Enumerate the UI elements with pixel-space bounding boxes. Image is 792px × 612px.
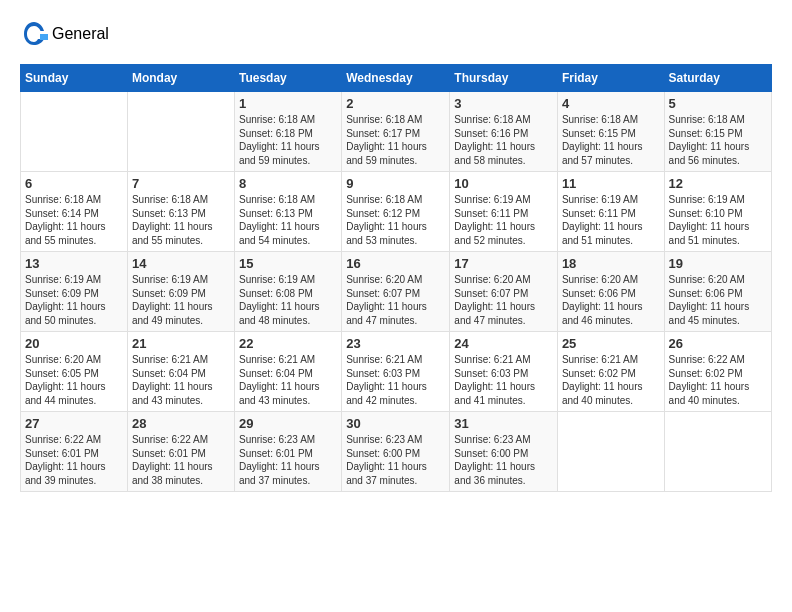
day-number: 20: [25, 336, 123, 351]
day-number: 24: [454, 336, 553, 351]
calendar-cell: 24Sunrise: 6:21 AM Sunset: 6:03 PM Dayli…: [450, 332, 558, 412]
header-day: Tuesday: [235, 65, 342, 92]
logo-icon: [20, 20, 48, 48]
calendar-cell: 19Sunrise: 6:20 AM Sunset: 6:06 PM Dayli…: [664, 252, 771, 332]
day-info: Sunrise: 6:21 AM Sunset: 6:04 PM Dayligh…: [239, 353, 337, 407]
calendar-cell: 3Sunrise: 6:18 AM Sunset: 6:16 PM Daylig…: [450, 92, 558, 172]
day-info: Sunrise: 6:18 AM Sunset: 6:15 PM Dayligh…: [669, 113, 767, 167]
calendar-cell: 10Sunrise: 6:19 AM Sunset: 6:11 PM Dayli…: [450, 172, 558, 252]
day-info: Sunrise: 6:20 AM Sunset: 6:07 PM Dayligh…: [346, 273, 445, 327]
day-info: Sunrise: 6:18 AM Sunset: 6:13 PM Dayligh…: [132, 193, 230, 247]
calendar-cell: 1Sunrise: 6:18 AM Sunset: 6:18 PM Daylig…: [235, 92, 342, 172]
calendar-body: 1Sunrise: 6:18 AM Sunset: 6:18 PM Daylig…: [21, 92, 772, 492]
calendar-cell: 28Sunrise: 6:22 AM Sunset: 6:01 PM Dayli…: [127, 412, 234, 492]
day-info: Sunrise: 6:21 AM Sunset: 6:02 PM Dayligh…: [562, 353, 660, 407]
calendar-week: 1Sunrise: 6:18 AM Sunset: 6:18 PM Daylig…: [21, 92, 772, 172]
header-day: Sunday: [21, 65, 128, 92]
day-number: 4: [562, 96, 660, 111]
day-number: 28: [132, 416, 230, 431]
header-row: SundayMondayTuesdayWednesdayThursdayFrid…: [21, 65, 772, 92]
day-number: 19: [669, 256, 767, 271]
day-number: 7: [132, 176, 230, 191]
day-info: Sunrise: 6:18 AM Sunset: 6:17 PM Dayligh…: [346, 113, 445, 167]
day-info: Sunrise: 6:18 AM Sunset: 6:12 PM Dayligh…: [346, 193, 445, 247]
page-header: General: [20, 20, 772, 48]
day-number: 23: [346, 336, 445, 351]
day-number: 22: [239, 336, 337, 351]
day-info: Sunrise: 6:22 AM Sunset: 6:02 PM Dayligh…: [669, 353, 767, 407]
calendar-cell: 17Sunrise: 6:20 AM Sunset: 6:07 PM Dayli…: [450, 252, 558, 332]
header-day: Saturday: [664, 65, 771, 92]
day-info: Sunrise: 6:22 AM Sunset: 6:01 PM Dayligh…: [132, 433, 230, 487]
calendar-table: SundayMondayTuesdayWednesdayThursdayFrid…: [20, 64, 772, 492]
calendar-cell: 12Sunrise: 6:19 AM Sunset: 6:10 PM Dayli…: [664, 172, 771, 252]
day-number: 11: [562, 176, 660, 191]
day-number: 18: [562, 256, 660, 271]
day-info: Sunrise: 6:18 AM Sunset: 6:13 PM Dayligh…: [239, 193, 337, 247]
calendar-cell: 21Sunrise: 6:21 AM Sunset: 6:04 PM Dayli…: [127, 332, 234, 412]
day-info: Sunrise: 6:23 AM Sunset: 6:01 PM Dayligh…: [239, 433, 337, 487]
day-info: Sunrise: 6:21 AM Sunset: 6:03 PM Dayligh…: [346, 353, 445, 407]
day-info: Sunrise: 6:19 AM Sunset: 6:11 PM Dayligh…: [454, 193, 553, 247]
calendar-cell: [557, 412, 664, 492]
calendar-cell: [664, 412, 771, 492]
day-number: 14: [132, 256, 230, 271]
day-info: Sunrise: 6:20 AM Sunset: 6:06 PM Dayligh…: [562, 273, 660, 327]
calendar-cell: 18Sunrise: 6:20 AM Sunset: 6:06 PM Dayli…: [557, 252, 664, 332]
calendar-cell: 27Sunrise: 6:22 AM Sunset: 6:01 PM Dayli…: [21, 412, 128, 492]
calendar-cell: 26Sunrise: 6:22 AM Sunset: 6:02 PM Dayli…: [664, 332, 771, 412]
day-number: 9: [346, 176, 445, 191]
calendar-cell: [127, 92, 234, 172]
day-info: Sunrise: 6:18 AM Sunset: 6:15 PM Dayligh…: [562, 113, 660, 167]
day-number: 10: [454, 176, 553, 191]
calendar-cell: 25Sunrise: 6:21 AM Sunset: 6:02 PM Dayli…: [557, 332, 664, 412]
day-info: Sunrise: 6:20 AM Sunset: 6:06 PM Dayligh…: [669, 273, 767, 327]
calendar-cell: 4Sunrise: 6:18 AM Sunset: 6:15 PM Daylig…: [557, 92, 664, 172]
day-number: 26: [669, 336, 767, 351]
calendar-cell: 31Sunrise: 6:23 AM Sunset: 6:00 PM Dayli…: [450, 412, 558, 492]
calendar-cell: 7Sunrise: 6:18 AM Sunset: 6:13 PM Daylig…: [127, 172, 234, 252]
day-info: Sunrise: 6:21 AM Sunset: 6:03 PM Dayligh…: [454, 353, 553, 407]
calendar-week: 13Sunrise: 6:19 AM Sunset: 6:09 PM Dayli…: [21, 252, 772, 332]
day-info: Sunrise: 6:18 AM Sunset: 6:16 PM Dayligh…: [454, 113, 553, 167]
header-day: Thursday: [450, 65, 558, 92]
calendar-cell: [21, 92, 128, 172]
day-info: Sunrise: 6:23 AM Sunset: 6:00 PM Dayligh…: [454, 433, 553, 487]
day-number: 29: [239, 416, 337, 431]
day-number: 15: [239, 256, 337, 271]
day-info: Sunrise: 6:19 AM Sunset: 6:09 PM Dayligh…: [132, 273, 230, 327]
logo-text: General: [52, 25, 109, 43]
day-info: Sunrise: 6:18 AM Sunset: 6:14 PM Dayligh…: [25, 193, 123, 247]
calendar-cell: 16Sunrise: 6:20 AM Sunset: 6:07 PM Dayli…: [342, 252, 450, 332]
day-info: Sunrise: 6:18 AM Sunset: 6:18 PM Dayligh…: [239, 113, 337, 167]
calendar-cell: 8Sunrise: 6:18 AM Sunset: 6:13 PM Daylig…: [235, 172, 342, 252]
day-number: 13: [25, 256, 123, 271]
day-number: 27: [25, 416, 123, 431]
calendar-cell: 23Sunrise: 6:21 AM Sunset: 6:03 PM Dayli…: [342, 332, 450, 412]
calendar-cell: 30Sunrise: 6:23 AM Sunset: 6:00 PM Dayli…: [342, 412, 450, 492]
day-number: 3: [454, 96, 553, 111]
calendar-cell: 6Sunrise: 6:18 AM Sunset: 6:14 PM Daylig…: [21, 172, 128, 252]
day-info: Sunrise: 6:20 AM Sunset: 6:05 PM Dayligh…: [25, 353, 123, 407]
day-number: 17: [454, 256, 553, 271]
day-info: Sunrise: 6:19 AM Sunset: 6:09 PM Dayligh…: [25, 273, 123, 327]
day-number: 5: [669, 96, 767, 111]
calendar-cell: 11Sunrise: 6:19 AM Sunset: 6:11 PM Dayli…: [557, 172, 664, 252]
day-number: 16: [346, 256, 445, 271]
calendar-cell: 14Sunrise: 6:19 AM Sunset: 6:09 PM Dayli…: [127, 252, 234, 332]
calendar-cell: 29Sunrise: 6:23 AM Sunset: 6:01 PM Dayli…: [235, 412, 342, 492]
calendar-cell: 13Sunrise: 6:19 AM Sunset: 6:09 PM Dayli…: [21, 252, 128, 332]
calendar-week: 27Sunrise: 6:22 AM Sunset: 6:01 PM Dayli…: [21, 412, 772, 492]
calendar-cell: 9Sunrise: 6:18 AM Sunset: 6:12 PM Daylig…: [342, 172, 450, 252]
calendar-cell: 20Sunrise: 6:20 AM Sunset: 6:05 PM Dayli…: [21, 332, 128, 412]
logo-general: General: [52, 25, 109, 43]
day-number: 12: [669, 176, 767, 191]
day-number: 2: [346, 96, 445, 111]
day-info: Sunrise: 6:19 AM Sunset: 6:10 PM Dayligh…: [669, 193, 767, 247]
header-day: Friday: [557, 65, 664, 92]
logo: General: [20, 20, 109, 48]
day-info: Sunrise: 6:20 AM Sunset: 6:07 PM Dayligh…: [454, 273, 553, 327]
calendar-cell: 5Sunrise: 6:18 AM Sunset: 6:15 PM Daylig…: [664, 92, 771, 172]
day-number: 30: [346, 416, 445, 431]
calendar-week: 20Sunrise: 6:20 AM Sunset: 6:05 PM Dayli…: [21, 332, 772, 412]
